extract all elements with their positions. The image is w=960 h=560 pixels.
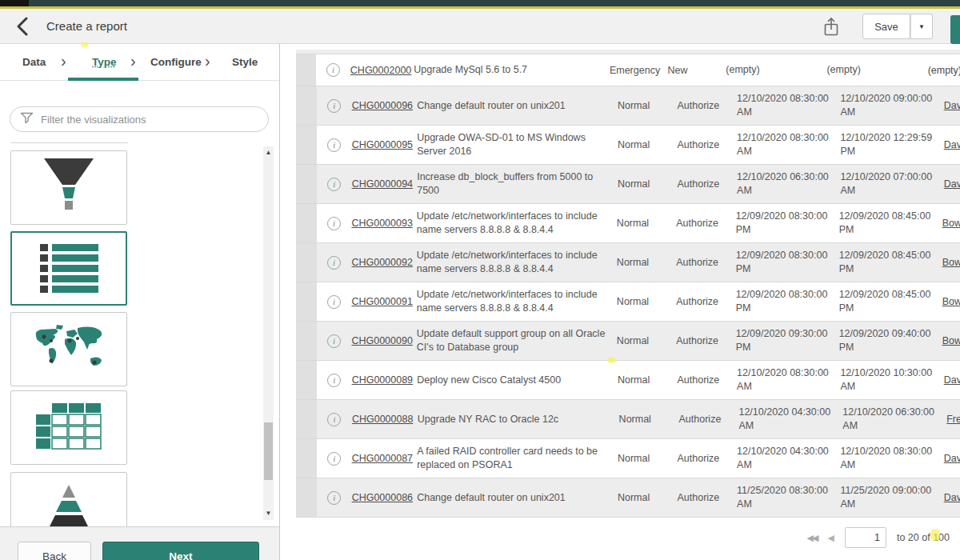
viz-thumb-funnel[interactable] xyxy=(10,150,127,225)
viz-thumb-pyramid[interactable] xyxy=(10,472,127,526)
save-button[interactable]: Save xyxy=(862,14,910,39)
record-number-link[interactable]: CHG0000091 xyxy=(351,296,412,307)
row-left-gutter xyxy=(296,361,317,399)
first-page-button[interactable]: ◀◀ xyxy=(807,533,818,543)
priority-value: Normal xyxy=(618,439,678,478)
previous-page-button[interactable]: ◀ xyxy=(828,533,834,543)
top-strip-corner xyxy=(0,0,29,6)
record-number-link[interactable]: CHG0000092 xyxy=(351,257,412,268)
start-date: 12/10/2020 04:30:00 AM xyxy=(738,400,842,438)
assigned-to-link[interactable]: Bow xyxy=(942,335,960,346)
record-number-link[interactable]: CHG0002000 xyxy=(350,65,411,76)
priority-value: Normal xyxy=(617,282,676,321)
record-number-link[interactable]: CHG0000090 xyxy=(351,335,412,346)
state-value: Authorize xyxy=(678,361,738,399)
end-date: 12/09/2020 08:45:00 PM xyxy=(839,282,942,321)
viz-thumb-table[interactable] xyxy=(10,390,127,465)
list-divider xyxy=(10,142,128,143)
page-title: Create a report xyxy=(46,18,127,34)
list-chart-icon xyxy=(40,241,98,296)
assigned-to-link[interactable]: (empty) xyxy=(928,65,960,76)
record-number-link[interactable]: CHG0000086 xyxy=(352,492,413,503)
clipped-edge-button[interactable] xyxy=(950,15,960,44)
row-left-gutter xyxy=(296,165,317,203)
record-number-link[interactable]: CHG0000093 xyxy=(351,218,412,229)
world-map-icon xyxy=(30,323,108,376)
priority-value: Emergency xyxy=(610,54,668,86)
info-icon[interactable]: i xyxy=(327,413,341,426)
record-number-link[interactable]: CHG0000094 xyxy=(352,178,413,190)
scrollbar-thumb[interactable] xyxy=(264,422,273,480)
next-button[interactable]: Next xyxy=(102,542,259,560)
scroll-up-button[interactable]: ▲ xyxy=(263,148,274,158)
visualization-filter xyxy=(10,106,269,132)
double-arrow-left-icon: ◀◀ xyxy=(807,533,818,542)
page-input[interactable] xyxy=(845,527,886,548)
save-dropdown-button[interactable]: ▼ xyxy=(910,14,933,39)
short-description: Upgrade OWA-SD-01 to MS Windows Server 2… xyxy=(417,126,618,164)
share-button[interactable] xyxy=(821,17,842,39)
short-description: Update /etc/network/interfaces to includ… xyxy=(417,282,617,321)
tab-style[interactable]: Style xyxy=(232,44,258,81)
record-number-link[interactable]: CHG0000095 xyxy=(352,139,413,150)
tab-configure[interactable]: Configure xyxy=(150,44,202,81)
short-description: Increase db_block_buffers from 5000 to 7… xyxy=(417,165,618,203)
start-date: 12/10/2020 04:30:00 AM xyxy=(737,439,840,478)
info-icon[interactable]: i xyxy=(327,491,341,505)
table-row: i CHG0002000 Upgrade MySql 5.6 to 5.7 Em… xyxy=(296,54,960,86)
state-value: Authorize xyxy=(678,165,738,203)
assigned-to-link[interactable]: Dav xyxy=(944,492,960,503)
record-number-link[interactable]: CHG0000096 xyxy=(352,100,413,111)
priority-value: Normal xyxy=(617,243,676,282)
record-number-link[interactable]: CHG0000088 xyxy=(352,414,413,425)
record-number-link[interactable]: CHG0000089 xyxy=(352,374,413,386)
viz-thumb-map[interactable] xyxy=(10,312,127,386)
end-date: (empty) xyxy=(826,54,927,86)
report-designer-panel: Data › Type › Configure › Style xyxy=(0,44,280,560)
info-icon[interactable]: i xyxy=(327,217,341,230)
info-icon[interactable]: i xyxy=(327,295,341,309)
assigned-to-link[interactable]: Dav xyxy=(944,139,960,150)
info-icon[interactable]: i xyxy=(327,334,341,348)
back-button[interactable]: Back xyxy=(18,542,91,560)
scrollbar-track[interactable]: ▲ ▼ xyxy=(263,146,274,520)
start-date: 12/09/2020 09:30:00 PM xyxy=(736,322,839,360)
end-date: 12/10/2020 10:30:00 AM xyxy=(840,361,943,399)
info-icon[interactable]: i xyxy=(327,178,341,191)
short-description: Upgrade MySql 5.6 to 5.7 xyxy=(414,54,610,86)
tab-data[interactable]: Data xyxy=(22,44,46,81)
info-icon[interactable]: i xyxy=(327,256,341,270)
scroll-down-button[interactable]: ▼ xyxy=(263,509,274,518)
assigned-to-link[interactable]: Dav xyxy=(944,178,960,190)
info-icon[interactable]: i xyxy=(327,374,341,387)
assigned-to-link[interactable]: Dav xyxy=(944,374,960,386)
short-description: Change default router on unix201 xyxy=(417,86,618,125)
filter-input[interactable] xyxy=(41,114,258,126)
row-left-gutter xyxy=(296,282,317,321)
assigned-to-link[interactable]: Bow xyxy=(942,296,960,307)
record-number-link[interactable]: CHG0000087 xyxy=(352,453,413,464)
priority-value: Normal xyxy=(617,322,676,360)
row-left-gutter xyxy=(296,243,317,282)
state-value: New xyxy=(668,54,726,86)
viz-thumb-list[interactable] xyxy=(10,231,127,306)
assigned-to-link[interactable]: Dav xyxy=(944,100,960,111)
assigned-to-link[interactable]: Fre xyxy=(946,414,960,425)
table-row: i CHG0000091 Update /etc/network/interfa… xyxy=(296,282,960,322)
info-icon[interactable]: i xyxy=(326,63,340,77)
assigned-to-link[interactable]: Bow xyxy=(942,218,960,229)
table-row: i CHG0000088 Upgrade NY RAC to Oracle 12… xyxy=(296,400,960,439)
start-date: (empty) xyxy=(726,54,826,86)
info-icon[interactable]: i xyxy=(327,452,341,466)
assigned-to-link[interactable]: Bow xyxy=(942,257,960,268)
table-row: i CHG0000095 Upgrade OWA-SD-01 to MS Win… xyxy=(296,126,960,165)
info-icon[interactable]: i xyxy=(327,99,341,113)
row-left-gutter xyxy=(296,86,317,125)
info-icon[interactable]: i xyxy=(327,138,341,152)
tab-type[interactable]: Type xyxy=(92,44,117,81)
table-row: i CHG0000087 A failed RAID controller ca… xyxy=(296,439,960,478)
short-description: A failed RAID controller card needs to b… xyxy=(417,439,618,478)
back-chevron-button[interactable] xyxy=(13,16,32,37)
state-value: Authorize xyxy=(678,478,738,517)
assigned-to-link[interactable]: Dav xyxy=(944,453,960,464)
